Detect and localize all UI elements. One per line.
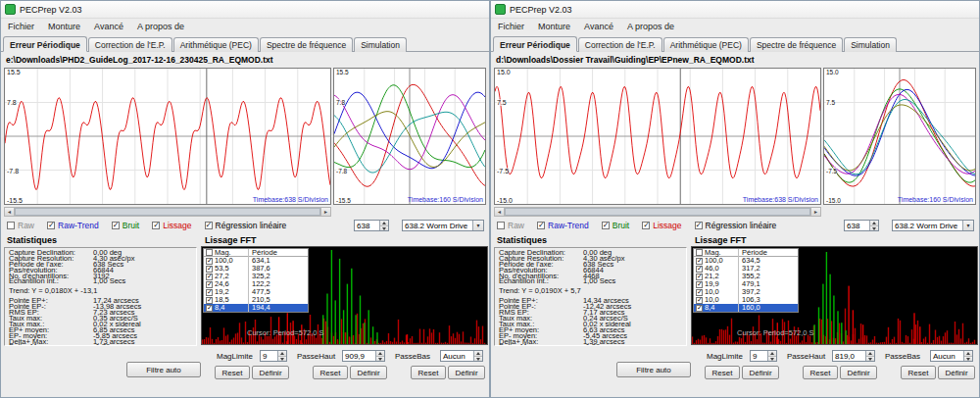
maglimite-spinner[interactable]: 9 — [260, 350, 287, 362]
scroll-right-arrow[interactable]: ► — [320, 208, 330, 216]
spinner-arrows-icon[interactable] — [473, 351, 482, 361]
checkbox-box[interactable] — [152, 222, 160, 229]
raw-checkbox[interactable]: Raw — [7, 221, 34, 230]
maglimite-definir-button[interactable]: Définir — [742, 366, 779, 379]
fft-row-checkbox[interactable] — [696, 258, 703, 265]
lissage-checkbox[interactable]: Lissage — [642, 221, 681, 230]
worm-period-spinner[interactable]: 638 — [844, 220, 879, 231]
fft-row-checkbox[interactable] — [696, 305, 703, 312]
regression-lineaire-checkbox[interactable]: Régression linéaire — [205, 221, 287, 230]
passehaut-reset-button[interactable]: Reset — [803, 366, 838, 379]
menu-monture[interactable]: Monture — [531, 20, 577, 33]
passebas-reset-button[interactable]: Reset — [901, 366, 936, 379]
fft-row[interactable]: 8,4 160,0 — [694, 304, 798, 312]
scroll-thumb[interactable] — [505, 208, 810, 216]
fft-row[interactable]: 53,5 387,6 — [204, 265, 308, 273]
passehaut-spinner[interactable]: 909,9 — [342, 350, 385, 362]
raw-checkbox[interactable]: Raw — [497, 221, 524, 230]
passehaut-definir-button[interactable]: Définir — [350, 366, 387, 379]
fft-spectrum[interactable]: Mag. Période 100,0 634,5 46,0 317,2 21,2… — [691, 246, 978, 345]
tab-correction-ep[interactable]: Correction de l'E.P. — [88, 37, 172, 52]
fft-harmonics-table[interactable]: Mag. Période 100,0 634,5 46,0 317,2 21,2… — [693, 248, 799, 313]
raw-trend-checkbox[interactable]: Raw-Trend — [537, 221, 589, 230]
fft-row-checkbox[interactable] — [206, 258, 213, 265]
filtre-auto-button[interactable]: Filtre auto — [616, 362, 691, 377]
maglimite-reset-button[interactable]: Reset — [705, 366, 740, 379]
fft-spectrum[interactable]: Mag. Période 100,0 634,1 53,5 387,6 27,2… — [201, 246, 488, 345]
passebas-definir-button[interactable]: Définir — [938, 366, 975, 379]
tab-spectre-frequence[interactable]: Spectre de fréquence — [260, 37, 353, 52]
filtre-auto-button[interactable]: Filtre auto — [126, 362, 201, 377]
worm-drive-combo[interactable]: 638.2 Worm Drive▾ — [402, 220, 484, 231]
spinner-arrows-icon[interactable] — [767, 351, 776, 361]
checkbox-box[interactable] — [537, 222, 545, 229]
tab-arithmetique-pec[interactable]: Arithmétique (PEC) — [173, 37, 259, 52]
fft-row-checkbox[interactable] — [696, 289, 703, 296]
menu-avance[interactable]: Avancé — [87, 20, 130, 33]
scroll-left-arrow[interactable]: ◄ — [495, 208, 505, 216]
menu-fichier[interactable]: Fichier — [491, 20, 531, 33]
raw-trend-checkbox[interactable]: Raw-Trend — [47, 221, 99, 230]
fft-row[interactable]: 24,6 122,2 — [204, 280, 308, 288]
fft-row-checkbox[interactable] — [696, 266, 703, 273]
fft-row-checkbox[interactable] — [206, 281, 213, 288]
checkbox-box[interactable] — [602, 222, 610, 229]
menu-a-propos-de[interactable]: A propos de — [620, 20, 681, 33]
fft-row-checkbox[interactable] — [206, 305, 213, 312]
tab-erreur-periodique[interactable]: Erreur Périodique — [493, 36, 577, 52]
harmonics-chart[interactable]: 15.5 7.8 -7.8 -15.5 Timebase:160 S/Divis… — [333, 68, 486, 205]
fft-row-checkbox[interactable] — [696, 281, 703, 288]
fft-row[interactable]: 27,2 325,2 — [204, 273, 308, 280]
passehaut-reset-button[interactable]: Reset — [313, 366, 348, 379]
combo-dropdown-icon[interactable]: ▾ — [962, 221, 973, 230]
tab-correction-ep[interactable]: Correction de l'E.P. — [578, 37, 662, 52]
worm-period-spinner[interactable]: 638 — [354, 220, 389, 231]
menu-a-propos-de[interactable]: A propos de — [130, 20, 191, 33]
spinner-arrows-icon[interactable] — [869, 221, 878, 230]
menu-avance[interactable]: Avancé — [577, 20, 620, 33]
passehaut-definir-button[interactable]: Définir — [840, 366, 877, 379]
checkbox-box[interactable] — [47, 222, 55, 229]
fft-header-checkbox[interactable] — [696, 249, 703, 256]
menu-fichier[interactable]: Fichier — [1, 20, 41, 33]
scroll-right-arrow[interactable]: ► — [810, 208, 820, 216]
fft-row-checkbox[interactable] — [206, 289, 213, 296]
fft-row-checkbox[interactable] — [206, 297, 213, 304]
spinner-arrows-icon[interactable] — [963, 351, 972, 361]
maglimite-reset-button[interactable]: Reset — [215, 366, 250, 379]
checkbox-box[interactable] — [695, 222, 703, 229]
lissage-checkbox[interactable]: Lissage — [152, 221, 191, 230]
fft-row[interactable]: 8,4 194,4 — [204, 304, 308, 312]
checkbox-box[interactable] — [205, 222, 213, 229]
fft-row[interactable]: 100,0 634,5 — [694, 257, 798, 265]
spinner-arrows-icon[interactable] — [379, 221, 388, 230]
tab-simulation[interactable]: Simulation — [844, 37, 897, 52]
spinner-arrows-icon[interactable] — [865, 351, 874, 361]
menu-monture[interactable]: Monture — [41, 20, 87, 33]
fft-row-checkbox[interactable] — [206, 266, 213, 273]
scroll-thumb[interactable] — [15, 208, 320, 216]
passehaut-spinner[interactable]: 819,0 — [832, 350, 875, 362]
main-pe-chart[interactable]: 15.0 7.5 -7.5 -15.0 Timebase:638 S/Divis… — [494, 68, 821, 205]
maglimite-spinner[interactable]: 9 — [750, 350, 777, 362]
fft-row[interactable]: 10,0 106,3 — [694, 296, 798, 304]
chart-hscrollbar[interactable]: ◄► — [4, 207, 331, 217]
harmonics-chart[interactable]: 15.0 7.5 -7.5 -15.0 Timebase:160 S/Divis… — [823, 68, 976, 205]
checkbox-box[interactable] — [497, 222, 505, 229]
tab-spectre-frequence[interactable]: Spectre de fréquence — [750, 37, 843, 52]
fft-row[interactable]: 46,0 317,2 — [694, 265, 798, 273]
passebas-spinner[interactable]: Aucun — [440, 350, 483, 362]
fft-harmonics-table[interactable]: Mag. Période 100,0 634,1 53,5 387,6 27,2… — [203, 248, 309, 313]
fft-row[interactable]: 19,2 477,5 — [204, 288, 308, 296]
fft-header-checkbox[interactable] — [206, 249, 213, 256]
passebas-reset-button[interactable]: Reset — [411, 366, 446, 379]
worm-drive-combo[interactable]: 638.2 Worm Drive▾ — [892, 220, 974, 231]
chart-hscrollbar[interactable]: ◄► — [494, 207, 821, 217]
spinner-arrows-icon[interactable] — [277, 351, 286, 361]
main-pe-chart[interactable]: 15.5 7.8 -7.8 -15.5 Timebase:638 S/Divis… — [4, 68, 331, 205]
fft-row-checkbox[interactable] — [206, 274, 213, 280]
regression-lineaire-checkbox[interactable]: Régression linéaire — [695, 221, 777, 230]
fft-row-checkbox[interactable] — [696, 297, 703, 304]
spinner-arrows-icon[interactable] — [375, 351, 384, 361]
scroll-left-arrow[interactable]: ◄ — [5, 208, 15, 216]
